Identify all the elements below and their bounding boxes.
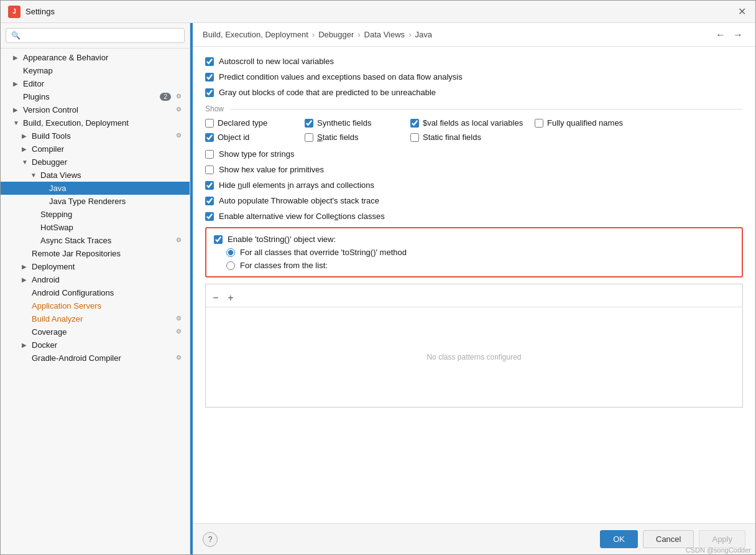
tostring-section: Enable 'toString()' object view: For all… [205, 227, 743, 408]
plugins-badge: 2 [160, 93, 171, 101]
declared-type-checkbox[interactable] [205, 119, 214, 128]
sidebar-item-label: Plugins [23, 92, 160, 101]
remove-button[interactable]: − [210, 292, 222, 304]
auto-populate-label[interactable]: Auto populate Throwable object's stack t… [219, 196, 379, 205]
grayout-label[interactable]: Gray out blocks of code that are predict… [219, 88, 436, 97]
bottom-bar: ? OK Cancel Apply [193, 523, 755, 554]
breadcrumb-sep-1: › [312, 30, 315, 39]
autoscroll-checkbox[interactable] [205, 57, 214, 66]
sidebar-item-build-analyzer[interactable]: Build Analyzer ⚙ [1, 312, 190, 325]
sidebar-item-label: HotSwap [40, 223, 185, 232]
list-toolbar: − + [206, 289, 742, 307]
sidebar-item-appearance[interactable]: ▶ Appearance & Behavior [1, 51, 190, 64]
add-button[interactable]: + [224, 292, 237, 304]
fully-qualified-label[interactable]: Fully qualified names [547, 118, 623, 128]
cancel-button[interactable]: Cancel [643, 530, 694, 548]
sidebar-item-keymap[interactable]: Keymap [1, 64, 190, 77]
radio-from-list-label[interactable]: For classes from the list: [240, 261, 328, 270]
class-list-empty: No class patterns configured [206, 307, 742, 407]
enable-alternative-label[interactable]: Enable alternative view for Collections … [219, 212, 385, 221]
grayout-checkbox[interactable] [205, 88, 214, 97]
val-fields-label[interactable]: $val fields as local variables [423, 118, 523, 128]
sidebar-item-hotswap[interactable]: HotSwap [1, 221, 190, 234]
ok-button[interactable]: OK [600, 530, 638, 548]
hide-null-row: Hide null elements in arrays and collect… [205, 180, 743, 190]
synthetic-fields-label[interactable]: Synthetic fields [317, 118, 371, 128]
hide-null-checkbox[interactable] [205, 181, 214, 190]
autoscroll-label[interactable]: Autoscroll to new local variables [219, 57, 334, 66]
predict-label[interactable]: Predict condition values and exceptions … [219, 72, 463, 82]
sidebar-item-editor[interactable]: ▶ Editor [1, 77, 190, 90]
sidebar-item-build-tools[interactable]: ▶ Build Tools ⚙ [1, 129, 190, 142]
breadcrumb-part-1: Build, Execution, Deployment [203, 30, 308, 39]
sidebar-item-java-type-renderers[interactable]: Java Type Renderers [1, 195, 190, 208]
show-type-strings-row: Show type for strings [205, 149, 743, 159]
class-list-container: − + No class patterns configured [205, 284, 743, 408]
sidebar-item-debugger[interactable]: ▼ Debugger [1, 156, 190, 169]
object-id-checkbox[interactable] [205, 133, 214, 142]
arrow-icon: ▶ [22, 276, 30, 283]
static-fields-checkbox[interactable] [305, 133, 313, 142]
static-final-fields-label[interactable]: Static final fields [423, 133, 481, 142]
auto-populate-checkbox[interactable] [205, 197, 214, 205]
settings-icon: ⚙ [176, 236, 185, 245]
sidebar-item-docker[interactable]: ▶ Docker [1, 338, 190, 352]
sidebar-item-label: Compiler [32, 144, 185, 154]
sidebar-item-plugins[interactable]: Plugins 2 ⚙ [1, 90, 190, 103]
sidebar-item-coverage[interactable]: Coverage ⚙ [1, 325, 190, 338]
sidebar-item-compiler[interactable]: ▶ Compiler [1, 142, 190, 156]
radio-all-classes[interactable] [226, 248, 235, 257]
sidebar-tree: ▶ Appearance & Behavior Keymap ▶ Editor … [1, 49, 190, 554]
arrow-icon: ▶ [22, 263, 30, 270]
sidebar-item-android[interactable]: ▶ Android [1, 273, 190, 286]
enable-tostring-label[interactable]: Enable 'toString()' object view: [228, 235, 336, 244]
show-type-strings-label[interactable]: Show type for strings [219, 149, 294, 159]
back-button[interactable]: ← [713, 27, 728, 42]
static-final-fields-checkbox[interactable] [410, 133, 419, 142]
sidebar-item-build-execution[interactable]: ▼ Build, Execution, Deployment [1, 116, 190, 129]
sidebar-item-java[interactable]: Java [1, 182, 190, 195]
arrow-icon: ▼ [13, 119, 22, 126]
sidebar-item-application-servers[interactable]: Application Servers [1, 299, 190, 312]
object-id-label[interactable]: Object id [218, 133, 249, 142]
enable-tostring-checkbox[interactable] [214, 235, 223, 244]
settings-window: J Settings ✕ ▶ Appearance & Behavior Key… [0, 0, 756, 555]
sidebar-item-label: Appearance & Behavior [23, 53, 185, 62]
val-fields-checkbox[interactable] [410, 119, 419, 128]
enable-alternative-checkbox[interactable] [205, 212, 214, 221]
show-section: Show Declared type Synthetic fields $ [205, 105, 743, 142]
sidebar-item-async-stack-traces[interactable]: Async Stack Traces ⚙ [1, 234, 190, 247]
sidebar-item-gradle-android[interactable]: Gradle-Android Compiler ⚙ [1, 352, 190, 365]
radio-all-classes-label[interactable]: For all classes that override 'toString(… [240, 248, 407, 257]
synthetic-fields-checkbox[interactable] [305, 119, 313, 128]
close-button[interactable]: ✕ [735, 6, 748, 18]
forward-button[interactable]: → [731, 27, 745, 42]
sidebar-item-deployment[interactable]: ▶ Deployment [1, 260, 190, 273]
predict-checkbox[interactable] [205, 73, 214, 82]
show-type-strings-checkbox[interactable] [205, 150, 214, 159]
sidebar-item-remote-jar[interactable]: Remote Jar Repositories [1, 247, 190, 260]
sidebar-item-data-views[interactable]: ▼ Data Views [1, 169, 190, 182]
fully-qualified-item: Fully qualified names [535, 118, 659, 128]
sidebar-item-version-control[interactable]: ▶ Version Control ⚙ [1, 103, 190, 116]
object-id-item: Object id [205, 133, 305, 142]
apply-button[interactable]: Apply [699, 530, 745, 548]
sidebar-item-label: Application Servers [32, 301, 185, 310]
fully-qualified-checkbox[interactable] [535, 119, 543, 128]
sidebar-item-android-configurations[interactable]: Android Configurations [1, 286, 190, 299]
settings-icon: ⚙ [176, 315, 185, 324]
static-fields-label[interactable]: Static fields [317, 133, 358, 142]
radio-from-list[interactable] [226, 261, 235, 270]
sidebar-item-label: Stepping [40, 210, 185, 219]
show-hex-checkbox[interactable] [205, 166, 214, 174]
hide-null-label[interactable]: Hide null elements in arrays and collect… [219, 180, 374, 190]
sidebar-item-label: Java [49, 184, 185, 193]
search-input[interactable] [6, 28, 185, 43]
declared-type-label[interactable]: Declared type [218, 118, 267, 128]
help-button[interactable]: ? [203, 532, 218, 547]
no-class-patterns-label: No class patterns configured [426, 353, 521, 361]
auto-populate-row: Auto populate Throwable object's stack t… [205, 196, 743, 205]
show-hex-label[interactable]: Show hex value for primitives [219, 165, 324, 174]
settings-icon: ⚙ [176, 328, 185, 337]
sidebar-item-stepping[interactable]: Stepping [1, 208, 190, 221]
